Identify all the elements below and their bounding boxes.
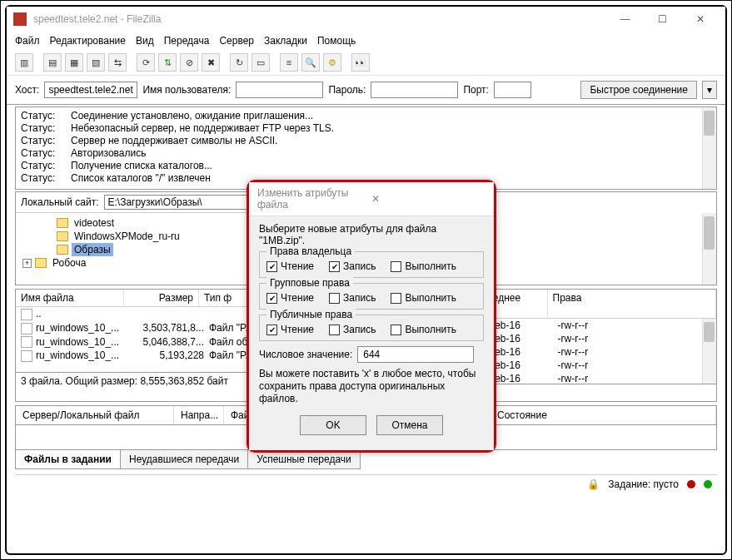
checkbox-icon <box>391 325 401 335</box>
menu-item[interactable]: Помощь <box>317 35 356 47</box>
tree-node[interactable]: Робоча <box>50 256 88 270</box>
cancel-button[interactable]: Отмена <box>376 415 443 435</box>
pass-label: Пароль: <box>328 84 366 96</box>
filters-icon[interactable]: ▭ <box>251 53 270 72</box>
file-icon <box>21 309 32 320</box>
read-checkbox[interactable]: ✔Чтение <box>266 324 314 335</box>
write-checkbox[interactable]: Запись <box>329 324 376 335</box>
tree-node[interactable]: videotest <box>72 216 117 230</box>
checkbox-icon: ✔ <box>266 293 277 304</box>
pass-input[interactable] <box>371 82 458 98</box>
log-label: Статус: <box>21 160 71 172</box>
dialog-note: Вы можете поставить 'x' в любое место, ч… <box>259 368 484 405</box>
write-checkbox[interactable]: ✔Запись <box>329 260 376 272</box>
log-message: Список каталогов "/" извлечен <box>71 172 211 185</box>
quickconnect-dropdown[interactable]: ▾ <box>702 81 717 99</box>
queue-col[interactable]: Состояние <box>490 406 716 424</box>
log-message: Сервер не поддерживает символы не ASCII. <box>71 135 277 147</box>
menu-item[interactable]: Передача <box>164 35 210 47</box>
tab-queued[interactable]: Файлы в задании <box>15 450 121 469</box>
expand-icon[interactable]: + <box>22 259 32 268</box>
minimize-button[interactable]: — <box>606 7 644 31</box>
log-message: Небезопасный сервер, не поддерживает FTP… <box>71 122 334 135</box>
queue-col[interactable]: Сервер/Локальный файл <box>16 406 174 424</box>
group-title: Публичные права <box>266 309 356 320</box>
options-icon[interactable]: ⚙ <box>323 53 341 72</box>
dialog-title: Изменить атрибуты файла <box>257 187 366 211</box>
toggle-tree-icon[interactable]: ▦ <box>65 53 83 72</box>
dialog-intro: Выберите новые атрибуты для файла "1MB.z… <box>259 223 484 246</box>
led-red-icon <box>687 480 695 488</box>
host-input[interactable] <box>44 82 137 98</box>
checkbox-icon <box>329 293 340 304</box>
group-title: Права владельца <box>266 245 355 257</box>
tab-successful[interactable]: Успешные передачи <box>247 450 361 469</box>
log-scrollbar[interactable] <box>702 107 716 189</box>
log-label: Статус: <box>21 147 71 160</box>
execute-checkbox[interactable]: Выполнить <box>391 292 456 304</box>
ok-button[interactable]: OK <box>300 415 366 435</box>
menu-item[interactable]: Закладки <box>264 35 307 47</box>
read-checkbox[interactable]: ✔Чтение <box>266 260 314 272</box>
write-checkbox[interactable]: Запись <box>329 292 376 304</box>
remote-tree-scrollbar[interactable] <box>702 213 716 285</box>
remote-list-scrollbar[interactable] <box>702 319 716 384</box>
process-queue-icon[interactable]: ⇅ <box>158 53 177 72</box>
port-label: Порт: <box>463 84 489 96</box>
menu-item[interactable]: Редактирование <box>50 35 126 47</box>
menu-bar: Файл Редактирование Вид Передача Сервер … <box>7 32 725 50</box>
permission-group: Публичные права✔ЧтениеЗаписьВыполнить <box>259 315 484 341</box>
reconnect-icon[interactable]: ↻ <box>230 53 248 72</box>
toggle-log-icon[interactable]: ▤ <box>43 53 62 72</box>
file-icon <box>21 350 32 362</box>
numeric-input[interactable] <box>357 346 474 363</box>
message-log[interactable]: Статус:Соединение установлено, ожидание … <box>15 107 717 190</box>
close-button[interactable]: ✕ <box>681 7 719 31</box>
sync-browse-icon[interactable]: ⇆ <box>108 53 127 72</box>
execute-checkbox[interactable]: Выполнить <box>391 324 456 335</box>
dialog-titlebar[interactable]: Изменить атрибуты файла ✕ <box>249 182 494 216</box>
col-filename[interactable]: Имя файла <box>16 290 124 306</box>
folder-icon <box>35 258 47 268</box>
tab-failed[interactable]: Неудавшиеся передачи <box>120 450 248 469</box>
menu-item[interactable]: Файл <box>15 35 40 47</box>
col-size[interactable]: Размер <box>124 290 199 306</box>
permission-group: Групповые права✔ЧтениеЗаписьВыполнить <box>259 283 484 310</box>
log-label: Статус: <box>21 110 71 122</box>
compare-icon[interactable]: ≡ <box>280 53 298 72</box>
toolbar: ▥ ▤ ▦ ▧ ⇆ ⟳ ⇅ ⊘ ✖ ↻ ▭ ≡ 🔍 ⚙ 👀 <box>7 50 725 76</box>
status-bar: 🔒 Задание: пусто <box>15 474 717 493</box>
log-message: Авторизовались <box>71 147 146 160</box>
permission-group: Права владельца✔Чтение✔ЗаписьВыполнить <box>259 251 484 278</box>
col-permissions[interactable]: Права <box>548 290 717 318</box>
disconnect-icon[interactable]: ✖ <box>202 53 220 72</box>
tree-node[interactable]: WindowsXPMode_ru-ru <box>72 230 182 243</box>
port-input[interactable] <box>494 82 531 98</box>
menu-item[interactable]: Сервер <box>219 35 254 47</box>
binoculars-icon[interactable]: 👀 <box>351 53 370 72</box>
log-message: Получение списка каталогов... <box>71 160 212 172</box>
window-title: speedtest.tele2.net - FileZilla <box>33 13 606 25</box>
execute-checkbox[interactable]: Выполнить <box>391 260 456 272</box>
site-manager-icon[interactable]: ▥ <box>15 53 33 72</box>
search-icon[interactable]: 🔍 <box>301 53 320 72</box>
log-label: Статус: <box>21 122 71 135</box>
cancel-icon[interactable]: ⊘ <box>180 53 198 72</box>
dialog-close-button[interactable]: ✕ <box>366 193 486 205</box>
log-label: Статус: <box>21 135 71 147</box>
toggle-queue-icon[interactable]: ▧ <box>87 53 105 72</box>
group-title: Групповые права <box>266 277 353 289</box>
queue-status: Задание: пусто <box>608 478 679 490</box>
maximize-button[interactable]: ☐ <box>644 7 681 31</box>
checkbox-icon: ✔ <box>266 325 277 335</box>
lock-icon: 🔒 <box>587 478 600 490</box>
refresh-icon[interactable]: ⟳ <box>137 53 155 72</box>
permissions-dialog: Изменить атрибуты файла ✕ Выберите новые… <box>246 180 496 453</box>
log-label: Статус: <box>21 172 71 185</box>
tree-node[interactable]: Образы <box>72 243 113 256</box>
quickconnect-button[interactable]: Быстрое соединение <box>580 81 697 99</box>
read-checkbox[interactable]: ✔Чтение <box>266 292 314 304</box>
menu-item[interactable]: Вид <box>136 35 154 47</box>
queue-col[interactable]: Напра... <box>174 406 224 424</box>
user-input[interactable] <box>236 82 323 98</box>
